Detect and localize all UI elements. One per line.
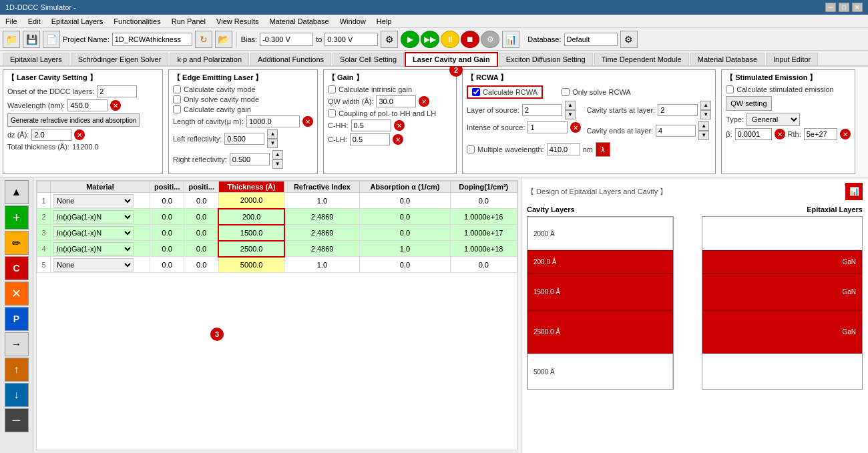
cavity-starts-down[interactable]: ▼ — [700, 110, 711, 119]
diagram-action-btn[interactable]: 📊 — [845, 183, 863, 200]
menu-functionalities[interactable]: Functionalities — [108, 16, 166, 27]
tab-epitaxial[interactable]: Epitaxial Layers — [3, 53, 69, 65]
chh-clear-btn[interactable]: ✕ — [394, 120, 405, 131]
edit-btn[interactable]: ✏ — [5, 231, 29, 255]
intensity-clear-btn[interactable]: ✕ — [570, 122, 581, 133]
cavity-length-clear-btn[interactable]: ✕ — [302, 116, 313, 127]
open-btn[interactable]: 📁 — [3, 31, 20, 48]
db-settings-btn[interactable]: ⚙ — [620, 31, 638, 48]
row-3-thickness[interactable]: 1500.0 — [218, 225, 284, 241]
tab-time[interactable]: Time Dependent Module — [594, 53, 689, 65]
close-btn[interactable]: ✕ — [852, 3, 863, 12]
wavelength-clear-btn[interactable]: ✕ — [110, 100, 121, 111]
dz-input[interactable] — [31, 129, 71, 141]
beta-input[interactable] — [735, 128, 772, 140]
row-3-material[interactable]: In(x)Ga(1-x)N — [51, 225, 150, 241]
menu-edit[interactable]: Edit — [23, 16, 46, 27]
bias-to-input[interactable] — [324, 33, 378, 46]
only-solve-rcwa-checkbox[interactable] — [562, 88, 570, 96]
ddcc-input[interactable] — [97, 85, 137, 97]
layer-source-input[interactable] — [522, 104, 562, 116]
material-select-1[interactable]: None — [53, 194, 134, 207]
tab-schrodinger[interactable]: Schrödinger Eigen Solver — [71, 53, 169, 65]
chart-btn[interactable]: 📊 — [502, 31, 519, 48]
layer-source-up[interactable]: ▲ — [565, 101, 576, 110]
generate-btn[interactable]: Generate refractive indices and absorpti… — [7, 113, 140, 127]
layer-source-down[interactable]: ▼ — [565, 110, 576, 119]
coupling-checkbox[interactable] — [328, 109, 336, 117]
material-select-3[interactable]: In(x)Ga(1-x)N — [53, 226, 134, 240]
stop-btn[interactable]: ⏹ — [461, 31, 479, 48]
wavelength-action-btn[interactable]: λ — [596, 142, 610, 157]
tab-solar[interactable]: Solar Cell Setting — [333, 53, 404, 65]
material-select-4[interactable]: In(x)Ga(1-x)N — [53, 242, 134, 256]
menu-run[interactable]: Run Panel — [166, 16, 211, 27]
cavity-ends-down[interactable]: ▼ — [698, 131, 709, 140]
material-select-5[interactable]: None — [53, 258, 134, 272]
multiple-wavelength-checkbox[interactable] — [467, 145, 475, 153]
run-btn[interactable]: ▶ — [401, 31, 419, 48]
calc-intrinsic-gain-checkbox[interactable] — [328, 85, 336, 93]
maximize-btn[interactable]: □ — [839, 3, 849, 12]
refresh-btn[interactable]: ↻ — [195, 31, 212, 48]
qw-width-clear-btn[interactable]: ✕ — [419, 96, 429, 107]
row-2-material[interactable]: In(x)Ga(1-x)N — [51, 209, 150, 225]
material-select-2[interactable]: In(x)Ga(1-x)N — [53, 210, 134, 223]
cavity-starts-input[interactable] — [658, 104, 698, 116]
qw-width-input[interactable] — [376, 95, 416, 107]
tab-input[interactable]: Input Editor — [766, 53, 818, 65]
pause-btn[interactable]: ⏸ — [441, 31, 459, 48]
minus-btn[interactable]: ─ — [5, 408, 29, 432]
cavity-ends-up[interactable]: ▲ — [698, 121, 709, 131]
bias-settings-btn[interactable]: ⚙ — [381, 31, 398, 48]
menu-help[interactable]: Help — [371, 16, 397, 27]
add-layer-btn[interactable]: + — [5, 205, 29, 230]
rth-clear-btn[interactable]: ✕ — [840, 129, 851, 139]
tab-material[interactable]: Material Database — [690, 53, 765, 65]
tab-laser[interactable]: Laser Cavity and Gain — [405, 53, 497, 67]
calc-stim-checkbox[interactable] — [726, 85, 734, 93]
p-btn[interactable]: P — [5, 307, 29, 331]
tab-exciton[interactable]: Exciton Diffusion Setting — [499, 53, 593, 65]
minimize-btn[interactable]: ─ — [825, 3, 836, 12]
row-1-material[interactable]: None — [51, 193, 150, 209]
folder-btn[interactable]: 📂 — [215, 31, 232, 48]
right-refl-up[interactable]: ▲ — [272, 150, 283, 159]
row-4-thickness[interactable]: 2500.0 — [218, 241, 284, 257]
type-select[interactable]: General — [746, 113, 800, 126]
settings-btn[interactable]: ⚙ — [481, 31, 499, 48]
rth-input[interactable] — [804, 128, 837, 140]
left-refl-up[interactable]: ▲ — [267, 129, 278, 139]
clh-clear-btn[interactable]: ✕ — [393, 134, 403, 145]
calc-cavity-checkbox[interactable] — [173, 85, 181, 93]
db-name-input[interactable] — [564, 33, 618, 46]
chh-input[interactable] — [351, 119, 391, 131]
up-btn[interactable]: ↑ — [5, 358, 29, 382]
menu-material[interactable]: Material Database — [264, 16, 334, 27]
cavity-length-input[interactable] — [246, 115, 300, 127]
tab-kp[interactable]: k·p and Polarization — [170, 53, 249, 65]
left-refl-down[interactable]: ▼ — [267, 139, 278, 148]
project-name-input[interactable] — [112, 33, 192, 46]
x-btn[interactable]: ✕ — [5, 282, 29, 306]
row-4-material[interactable]: In(x)Ga(1-x)N — [51, 241, 150, 257]
menu-window[interactable]: Window — [335, 16, 371, 27]
menu-file[interactable]: File — [0, 16, 23, 27]
calc-rcwa-checkbox[interactable] — [472, 88, 480, 96]
intensity-input[interactable] — [527, 121, 568, 133]
right-refl-down[interactable]: ▼ — [272, 159, 283, 169]
clh-input[interactable] — [350, 133, 390, 145]
cavity-starts-up[interactable]: ▲ — [700, 101, 711, 110]
menu-results[interactable]: View Results — [211, 16, 264, 27]
row-2-thickness[interactable]: 200.0 — [218, 209, 284, 225]
row-5-thickness[interactable]: 5000.0 — [218, 257, 284, 273]
only-cavity-checkbox[interactable] — [173, 95, 181, 103]
right-arrow-btn[interactable]: → — [5, 332, 29, 356]
right-refl-input[interactable] — [230, 153, 270, 165]
row-5-material[interactable]: None — [51, 257, 150, 273]
bias-from-input[interactable] — [260, 33, 313, 46]
run2-btn[interactable]: ▶▶ — [421, 31, 439, 48]
save-btn[interactable]: 💾 — [23, 31, 40, 48]
move-up-btn[interactable]: ▲ — [5, 180, 29, 204]
cavity-ends-input[interactable] — [656, 125, 696, 137]
